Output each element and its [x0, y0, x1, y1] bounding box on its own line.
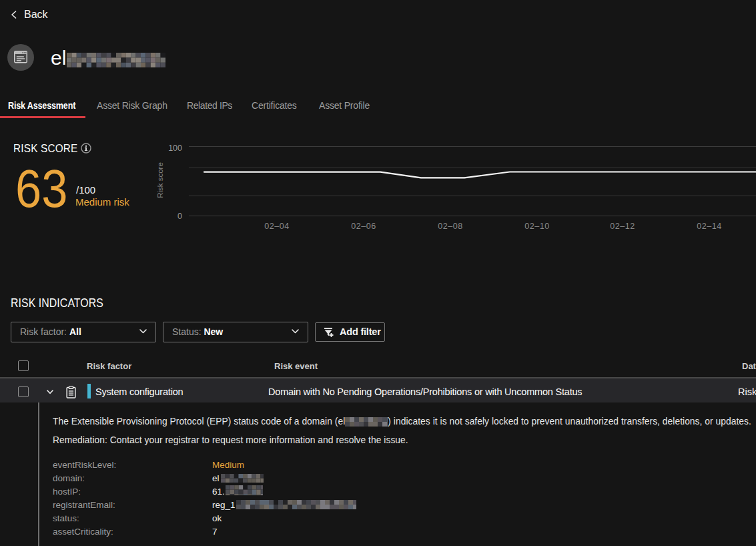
- svg-text:0: 0: [177, 212, 182, 221]
- svg-text:02–08: 02–08: [438, 222, 462, 231]
- svg-text:02–14: 02–14: [697, 222, 721, 231]
- svg-text:100: 100: [168, 144, 182, 153]
- svg-text:02–12: 02–12: [610, 222, 635, 231]
- svg-text:02–10: 02–10: [524, 222, 549, 231]
- svg-text:02–06: 02–06: [351, 222, 376, 231]
- svg-text:02–04: 02–04: [264, 222, 289, 231]
- svg-text:Risk score: Risk score: [156, 162, 164, 198]
